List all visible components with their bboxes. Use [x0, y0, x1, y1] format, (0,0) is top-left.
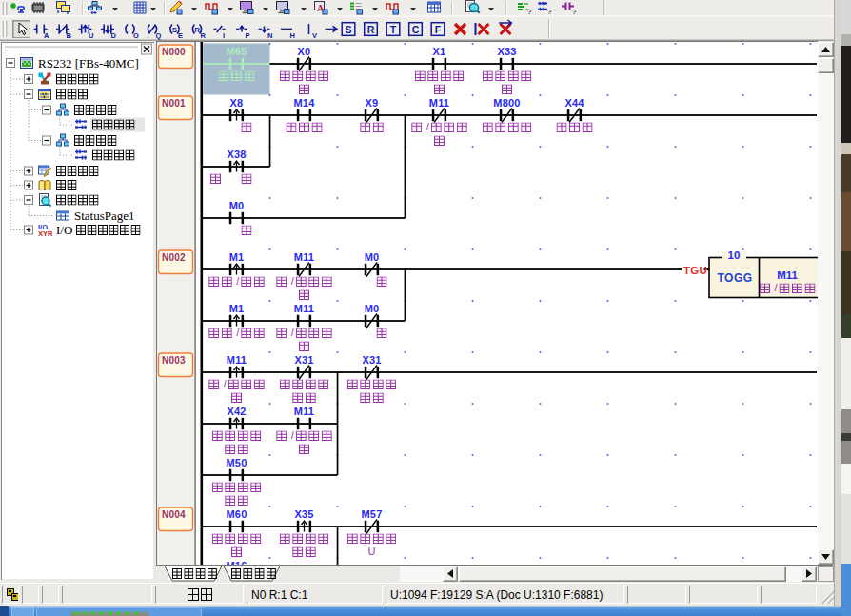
svg-text:E: E: [178, 31, 183, 40]
svg-text:M14: M14: [294, 97, 316, 109]
svg-text:X35: X35: [294, 508, 313, 520]
svg-text:M1: M1: [229, 303, 245, 314]
svg-text:X1: X1: [433, 46, 446, 57]
svg-text:X31: X31: [294, 354, 313, 366]
svg-text:?: ?: [572, 8, 577, 16]
svg-text:N003: N003: [162, 355, 186, 366]
svg-text:T: T: [390, 24, 397, 35]
svg-text:M0: M0: [229, 200, 245, 211]
svg-text:I/O: I/O: [56, 223, 72, 237]
svg-text:M800: M800: [493, 97, 520, 109]
svg-text:M11: M11: [294, 303, 314, 314]
svg-text:I: I: [223, 31, 225, 40]
svg-text:D: D: [111, 31, 117, 40]
svg-text:M11: M11: [429, 97, 449, 109]
svg-text:N001: N001: [162, 98, 186, 109]
svg-text:X31: X31: [362, 354, 381, 366]
svg-text:RS232 [FBs-40MC]: RS232 [FBs-40MC]: [38, 56, 139, 70]
svg-text:M11: M11: [294, 251, 314, 263]
svg-text:S: S: [172, 26, 178, 34]
svg-text:H: H: [290, 31, 295, 40]
svg-text:M60: M60: [227, 508, 247, 520]
svg-text:M50: M50: [227, 457, 247, 468]
svg-text:TOGG: TOGG: [717, 271, 752, 285]
svg-text:V: V: [312, 31, 317, 40]
svg-text:U: U: [368, 546, 376, 557]
svg-text:X44: X44: [564, 97, 584, 109]
svg-text:R: R: [194, 26, 200, 34]
svg-text:M0: M0: [365, 303, 380, 314]
svg-text:M57: M57: [362, 508, 383, 520]
svg-text:X0: X0: [298, 46, 311, 57]
svg-text:TGU: TGU: [683, 265, 707, 276]
svg-text:X42: X42: [227, 406, 246, 417]
svg-text:O: O: [133, 31, 139, 40]
svg-text:N004: N004: [162, 509, 186, 520]
svg-text:F: F: [435, 24, 442, 35]
svg-text:Q: Q: [156, 31, 162, 40]
svg-text:X8: X8: [230, 97, 244, 109]
svg-text:R: R: [201, 31, 207, 40]
svg-text:?: ?: [547, 8, 552, 16]
svg-text:X9: X9: [366, 97, 379, 109]
svg-text:N000: N000: [162, 47, 186, 57]
svg-text:StatusPage1: StatusPage1: [74, 209, 135, 223]
svg-text:R: R: [367, 24, 375, 35]
svg-text:B: B: [67, 31, 72, 40]
svg-text:N002: N002: [162, 252, 186, 263]
svg-text:M0: M0: [365, 251, 380, 263]
svg-text:M11: M11: [227, 354, 247, 366]
svg-text:XYR: XYR: [38, 229, 53, 238]
svg-text:M11: M11: [294, 406, 314, 417]
svg-text:10: 10: [728, 249, 741, 261]
svg-text:?: ?: [527, 8, 532, 16]
svg-text:N: N: [267, 31, 272, 40]
svg-text:X38: X38: [227, 149, 246, 160]
svg-text:A: A: [44, 31, 49, 40]
svg-text:M11: M11: [777, 269, 798, 281]
svg-text:X33: X33: [497, 46, 516, 57]
svg-text:C: C: [412, 24, 420, 35]
svg-text:P: P: [246, 31, 250, 40]
svg-text:S: S: [345, 24, 351, 35]
svg-text:M1: M1: [229, 251, 245, 263]
svg-text:M65: M65: [227, 46, 247, 57]
svg-text:U: U: [89, 31, 93, 40]
